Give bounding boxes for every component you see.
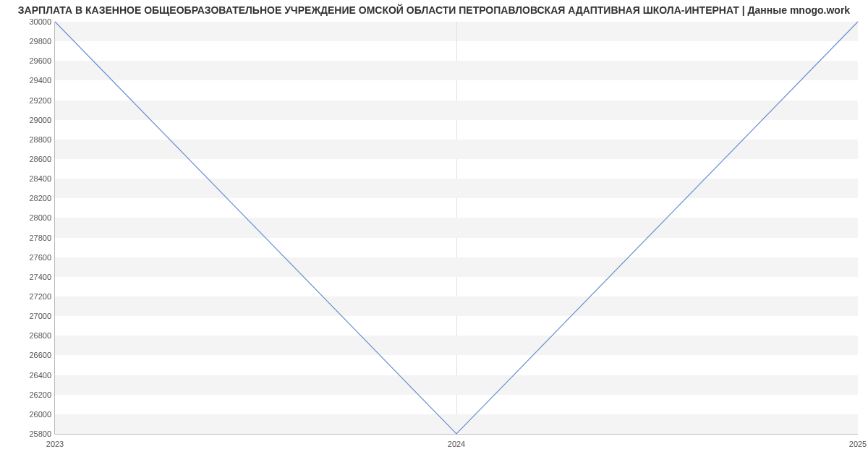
chart-title: ЗАРПЛАТА В КАЗЕННОЕ ОБЩЕОБРАЗОВАТЕЛЬНОЕ …	[0, 4, 868, 16]
x-tick-label: 2023	[46, 440, 64, 448]
y-tick-label: 25800	[19, 430, 51, 438]
y-tick-label: 29000	[19, 116, 51, 124]
y-tick-label: 28400	[19, 174, 51, 183]
y-tick-label: 30000	[19, 17, 51, 26]
y-tick-label: 26400	[19, 371, 51, 380]
y-tick-label: 27200	[19, 292, 51, 301]
y-tick-label: 27600	[19, 253, 51, 262]
x-tick-label: 2025	[849, 440, 867, 448]
y-tick-label: 26000	[19, 410, 51, 419]
y-tick-label: 28000	[19, 213, 51, 222]
y-tick-label: 29200	[19, 96, 51, 105]
y-tick-label: 26800	[19, 331, 51, 340]
plot-area: 2580026000262002640026600268002700027200…	[54, 22, 858, 435]
x-tick-label: 2024	[448, 440, 465, 448]
y-tick-label: 27400	[19, 273, 51, 281]
y-tick-label: 27800	[19, 234, 51, 242]
line-series	[55, 22, 858, 434]
y-tick-label: 29600	[19, 56, 51, 65]
chart-container: ЗАРПЛАТА В КАЗЕННОЕ ОБЩЕОБРАЗОВАТЕЛЬНОЕ …	[0, 0, 868, 470]
y-tick-label: 28800	[19, 135, 51, 144]
y-tick-label: 28200	[19, 194, 51, 202]
y-tick-label: 29400	[19, 76, 51, 85]
y-tick-label: 27000	[19, 312, 51, 320]
y-tick-label: 26200	[19, 390, 51, 399]
y-tick-label: 28600	[19, 155, 51, 163]
y-tick-label: 29800	[19, 37, 51, 46]
y-tick-label: 26600	[19, 351, 51, 359]
